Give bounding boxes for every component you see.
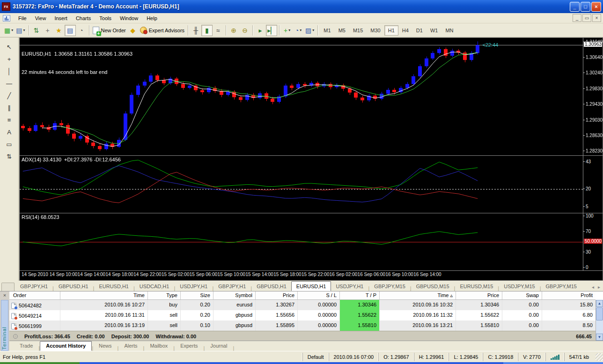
terminal-toggle-button[interactable]: ▤ [65, 25, 76, 36]
chart-tab-gbpusd-m15[interactable]: GBPUSD,M15 [412, 282, 454, 291]
data-window-button[interactable]: + [42, 25, 53, 36]
chart-tab-gbpusd-h1[interactable]: GBPUSD,H1 [54, 282, 93, 291]
terminal-tab-alerts[interactable]: Alerts [118, 342, 143, 351]
column-header-swap[interactable]: Swap [502, 291, 542, 299]
fibonacci-tool[interactable]: ≡ [3, 114, 15, 125]
new-chart-button[interactable]: ▦▾ [3, 25, 15, 36]
column-header-time[interactable]: Time [60, 291, 147, 299]
menu-item-file[interactable]: File [14, 14, 31, 22]
mdi-close-button[interactable]: × [592, 14, 601, 22]
chart-tab-usdjpy-h1[interactable]: USDJPY,H1 [175, 282, 212, 291]
price-axis[interactable]: 1.310401.306401.302401.298301.294301.290… [583, 38, 603, 155]
new-chart-dropdown-icon[interactable]: ▾ [11, 28, 13, 32]
chart-tab-gbpusd-h1[interactable]: GBPUSD,H1 [252, 282, 291, 291]
menu-item-help[interactable]: Help [142, 14, 162, 22]
chart-tab-usdjpy-m15[interactable]: USDJPY,M15 [499, 282, 539, 291]
terminal-tab-journal[interactable]: Journal [205, 342, 233, 351]
bar-chart-button[interactable]: ╫ [190, 25, 201, 36]
chart-profiles-button[interactable]: ▤▾ [15, 25, 26, 36]
new-order-button[interactable]: New Order [91, 25, 127, 36]
timeframe-m15-button[interactable]: M15 [349, 25, 367, 36]
menu-item-window[interactable]: Window [116, 14, 142, 22]
tab-scroll-right-icon[interactable]: ▸ [598, 284, 600, 290]
auto-scroll-button[interactable]: ▸ [255, 25, 266, 36]
column-header-symbol[interactable]: Symbol [213, 291, 255, 299]
timeframe-m1-button[interactable]: M1 [320, 25, 334, 36]
mdi-minimize-button[interactable]: _ [573, 14, 581, 22]
timeframe-h4-button[interactable]: H4 [398, 25, 412, 36]
chart-shift-button[interactable]: ▸▏ [266, 25, 277, 36]
menu-item-tools[interactable]: Tools [95, 14, 116, 22]
chart-tab-gbpjpy-h1[interactable]: GBPJPY,H1 [213, 282, 250, 291]
chart-profiles-dropdown-icon[interactable]: ▾ [23, 28, 25, 32]
crosshair-tool[interactable]: + [3, 53, 15, 65]
timeframe-mn-button[interactable]: MN [441, 25, 457, 36]
column-header-size[interactable]: Size [180, 291, 213, 299]
timeframe-h1-button[interactable]: H1 [384, 25, 398, 36]
timeframe-m5-button[interactable]: M5 [335, 25, 349, 36]
line-chart-button[interactable]: ≈ [213, 25, 224, 36]
title-bar[interactable]: FX 3157372: FxPro - MetaTrader 4 - Demo … [0, 0, 603, 13]
horizontal-line-tool[interactable]: — [3, 78, 15, 89]
chart-tab-gbpjpy-m15[interactable]: GBPJPY,M15 [541, 282, 581, 291]
terminal-tab-trade[interactable]: Trade [14, 342, 38, 351]
table-row[interactable]: 506492142010.09.16 11:31sell0.20gbpusd1.… [9, 310, 596, 320]
menu-item-charts[interactable]: Charts [72, 14, 95, 22]
column-header-profit[interactable]: Profit [542, 291, 596, 299]
chart-tab-eurusd-h1[interactable]: EURUSD,H1 [94, 282, 133, 291]
timeframe-w1-button[interactable]: W1 [427, 25, 442, 36]
status-profile[interactable]: Default [302, 353, 329, 361]
text-tool[interactable]: A [3, 126, 15, 138]
terminal-close-icon[interactable]: × [1, 292, 8, 298]
arrows-tool[interactable]: ⇅ [3, 151, 15, 162]
periods-button[interactable]: ◔▾ [293, 25, 304, 36]
zoom-out-button[interactable]: ⊖ [239, 25, 250, 36]
chart-tab-gbpjpy-h1[interactable]: GBPJPY,H1 [15, 282, 52, 291]
tab-scroll-left-icon[interactable]: ◂ [592, 284, 594, 290]
column-header-tp[interactable]: T / P [339, 291, 379, 299]
candlestick-chart-button[interactable]: ▮ [201, 25, 213, 36]
adx-chart-canvas[interactable] [20, 156, 583, 213]
zoom-in-button[interactable]: ⊕ [228, 25, 239, 36]
chart-tab-usdjpy-h1[interactable]: USDJPY,H1 [331, 282, 368, 291]
scroll-down-icon[interactable]: ▼ [596, 334, 603, 341]
metaeditor-button[interactable]: ◆ [127, 25, 139, 36]
scroll-up-icon[interactable]: ▲ [596, 300, 603, 307]
table-row[interactable]: 506424822010.09.16 10:27buy0.20eurusd1.3… [9, 300, 596, 310]
chart-tab-eurusd-m15[interactable]: EURUSD,M15 [455, 282, 498, 291]
trendline-tool[interactable]: ╱ [3, 90, 15, 101]
terminal-tab-account-history[interactable]: Account History [40, 341, 92, 351]
chart-tab-eurusd-h1[interactable]: EURUSD,H1 [291, 281, 331, 291]
chart-tab-gbpjpy-m15[interactable]: GBPJPY,M15 [369, 282, 410, 291]
terminal-tab-experts[interactable]: Experts [175, 342, 203, 351]
channel-tool[interactable]: ∥ [3, 102, 15, 113]
minimize-button[interactable]: _ [570, 2, 580, 12]
terminal-tab-mailbox[interactable]: Mailbox [144, 342, 173, 351]
terminal-scrollbar[interactable]: ▲ ▼ [596, 300, 603, 341]
table-row[interactable]: 506619992010.09.16 13:19sell0.10gbpusd1.… [9, 320, 596, 331]
column-header-order[interactable]: Order [9, 291, 60, 299]
expert-advisors-button[interactable]: Expert Advisors [139, 25, 186, 36]
label-tool[interactable]: ▭ [3, 138, 15, 150]
cursor-tool[interactable]: ↖ [3, 41, 15, 52]
rsi-axis[interactable]: 1007030050.0000 [583, 213, 603, 270]
column-header-time[interactable]: Time ▵ [379, 291, 456, 299]
column-header-sl[interactable]: S / L [297, 291, 339, 299]
maximize-button[interactable]: □ [581, 2, 590, 12]
menu-item-insert[interactable]: Insert [50, 14, 72, 22]
resize-grip[interactable] [596, 353, 603, 361]
navigator-button[interactable]: ★ [53, 25, 65, 36]
templates-dropdown-icon[interactable]: ▾ [312, 28, 314, 32]
indicators-dropdown-icon[interactable]: ▾ [288, 28, 290, 32]
market-watch-button[interactable]: ⇅ [31, 25, 42, 36]
close-button[interactable]: × [591, 2, 601, 12]
templates-button[interactable]: ▨▾ [304, 25, 316, 36]
timeframe-d1-button[interactable]: D1 [412, 25, 427, 36]
timeframe-m30-button[interactable]: M30 [367, 25, 384, 36]
scroll-thumb[interactable] [596, 307, 603, 320]
menu-item-view[interactable]: View [31, 14, 51, 22]
periods-dropdown-icon[interactable]: ▾ [300, 28, 302, 32]
column-header-price[interactable]: Price [456, 291, 502, 299]
column-header-type[interactable]: Type [147, 291, 180, 299]
taskbar-start-segment[interactable] [0, 362, 80, 364]
